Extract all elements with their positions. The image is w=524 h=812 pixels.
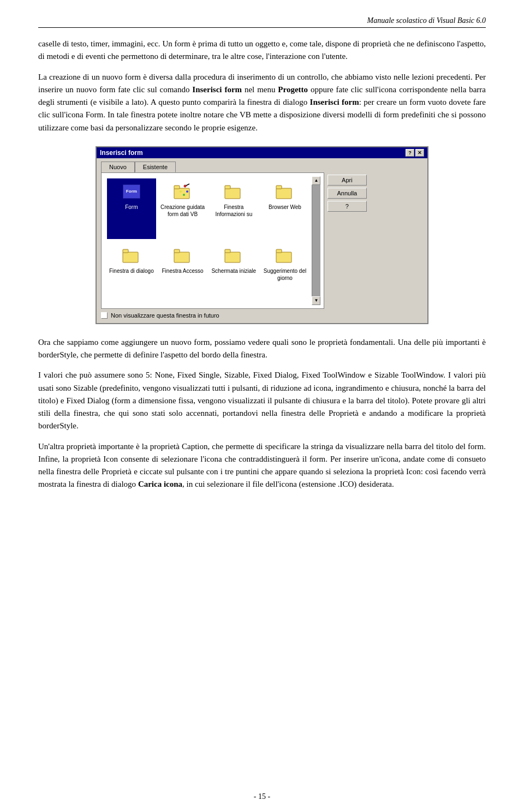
- item-label-schermata-iniziale: Schermata iniziale: [211, 267, 256, 274]
- dialog-content-area: Form Form: [101, 172, 324, 309]
- item-label-suggerimento: Suggerimento delgiorno: [264, 267, 306, 282]
- dialog-item-browser-web[interactable]: Browser Web: [260, 178, 309, 239]
- svg-rect-13: [174, 252, 189, 262]
- dialog-item-finestra-dialogo[interactable]: Finestra di dialogo: [107, 242, 156, 303]
- titlebar-buttons: ? ✕: [406, 149, 424, 157]
- dialog-grid: Form Form: [105, 176, 312, 305]
- svg-point-3: [184, 185, 186, 187]
- tab-esistente[interactable]: Esistente: [135, 162, 176, 172]
- dialog-action-buttons: Apri Annulla ?: [324, 172, 368, 309]
- no-show-checkbox[interactable]: [101, 312, 108, 319]
- creazione-guidata-icon: [173, 182, 193, 201]
- item-label-browser-web: Browser Web: [269, 204, 301, 211]
- inserisci-form-dialog[interactable]: Inserisci form ? ✕ Nuovo Esistente: [96, 146, 428, 324]
- dialog-lower-row: Non visualizzare questa finestra in futu…: [101, 312, 423, 319]
- suggerimento-icon: [275, 246, 295, 265]
- browser-web-icon: [275, 182, 295, 201]
- finestra-info-icon: [224, 182, 243, 201]
- form-icon: Form: [122, 182, 141, 201]
- svg-point-4: [186, 190, 188, 193]
- item-label-finestra-info: FinestraInformazioni su: [215, 204, 252, 218]
- dialog-tabs: Nuovo Esistente: [101, 162, 423, 172]
- dialog-help-btn[interactable]: ?: [406, 149, 414, 157]
- svg-rect-9: [276, 188, 291, 199]
- item-label-finestra-dialogo: Finestra di dialogo: [109, 267, 154, 274]
- no-show-label: Non visualizzare questa finestra in futu…: [111, 312, 219, 319]
- scroll-track: [312, 185, 320, 296]
- dialog-container: Inserisci form ? ✕ Nuovo Esistente: [38, 146, 486, 324]
- item-label-form: Form: [125, 204, 138, 211]
- dialog-content-wrapper: Form Form: [101, 172, 423, 309]
- svg-point-6: [183, 194, 185, 196]
- finestra-accesso-icon: [173, 246, 193, 265]
- scroll-up-btn[interactable]: ▲: [312, 176, 320, 185]
- paragraph-3: Ora che sappiamo come aggiungere un nuov…: [38, 336, 486, 362]
- tab-nuovo[interactable]: Nuovo: [101, 162, 135, 172]
- dialog-title: Inserisci form: [100, 149, 143, 157]
- svg-rect-17: [276, 252, 291, 262]
- svg-rect-16: [225, 249, 230, 253]
- schermata-iniziale-icon: [224, 246, 243, 265]
- paragraph-1: caselle di testo, timer, immagini, ecc. …: [38, 38, 486, 63]
- svg-rect-11: [123, 252, 138, 262]
- item-label-creazione: Creazione guidataform dati VB: [160, 204, 205, 218]
- dialog-item-form[interactable]: Form Form: [107, 178, 156, 239]
- page-footer: - 15 -: [38, 792, 486, 801]
- paragraph-4: I valori che può assumere sono 5: None, …: [38, 369, 486, 432]
- dialog-scrollbar[interactable]: ▲ ▼: [312, 176, 320, 305]
- page-number: - 15 -: [254, 792, 270, 801]
- svg-rect-0: [174, 188, 189, 199]
- dialog-item-suggerimento[interactable]: Suggerimento delgiorno: [260, 242, 309, 303]
- svg-rect-18: [276, 249, 282, 253]
- dialog-item-creazione-guidata[interactable]: Creazione guidataform dati VB: [158, 178, 207, 239]
- svg-rect-10: [276, 186, 282, 189]
- finestra-dialogo-icon: [122, 246, 141, 265]
- dialog-body: Nuovo Esistente Form Form: [97, 158, 427, 323]
- scroll-down-btn[interactable]: ▼: [312, 296, 320, 305]
- dialog-item-schermata-iniziale[interactable]: Schermata iniziale: [209, 242, 258, 303]
- apri-button[interactable]: Apri: [327, 175, 367, 186]
- item-label-finestra-accesso: Finestra Accesso: [162, 267, 204, 274]
- svg-rect-15: [225, 252, 240, 262]
- svg-rect-14: [174, 249, 180, 253]
- svg-rect-8: [225, 186, 230, 189]
- dialog-item-finestra-info[interactable]: FinestraInformazioni su: [209, 178, 258, 239]
- dialog-close-btn[interactable]: ✕: [415, 149, 424, 157]
- svg-rect-7: [225, 188, 240, 199]
- svg-point-5: [180, 190, 182, 193]
- header-title: Manuale scolastico di Visual Basic 6.0: [367, 16, 486, 25]
- help-button[interactable]: ?: [327, 201, 367, 212]
- annulla-button[interactable]: Annulla: [327, 188, 367, 199]
- dialog-item-finestra-accesso[interactable]: Finestra Accesso: [158, 242, 207, 303]
- page: Manuale scolastico di Visual Basic 6.0 c…: [0, 0, 524, 812]
- page-header: Manuale scolastico di Visual Basic 6.0: [38, 16, 486, 28]
- svg-rect-1: [174, 186, 180, 189]
- svg-rect-12: [123, 249, 128, 253]
- paragraph-2: La creazione di un nuovo form è diversa …: [38, 71, 486, 134]
- paragraph-5: Un'altra proprietà importante è la propr…: [38, 440, 486, 491]
- dialog-titlebar: Inserisci form ? ✕: [97, 147, 427, 158]
